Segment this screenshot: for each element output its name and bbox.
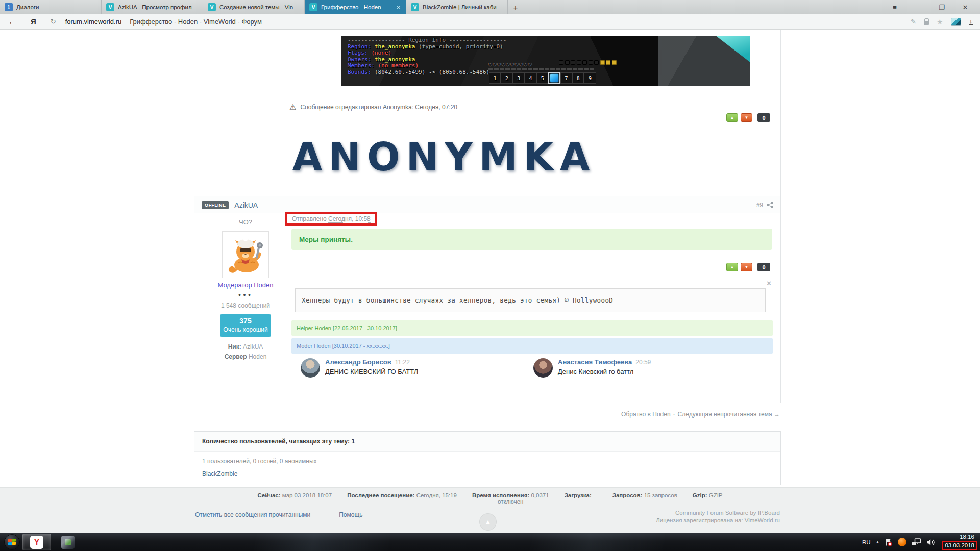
pip-dots: ●●● xyxy=(205,292,286,297)
stat-load: Загрузка: -- xyxy=(565,492,597,505)
author-link[interactable]: AzikUA xyxy=(234,201,258,209)
tray-expand-icon[interactable]: ▲ xyxy=(876,540,880,544)
taskbar-app-button[interactable] xyxy=(54,534,82,550)
hunger-bar xyxy=(559,60,617,65)
vote-down-button[interactable]: ▼ xyxy=(741,113,752,122)
vimeworld-icon: V xyxy=(208,3,216,11)
avatar[interactable] xyxy=(222,231,269,278)
stat-last-visit: Последнее посещение: Сегодня, 15:19 xyxy=(347,492,457,505)
action-center-flag-icon[interactable] xyxy=(885,538,893,546)
stat-queries: Запросов: 15 запросов xyxy=(612,492,677,505)
lock-icon[interactable] xyxy=(924,21,929,25)
language-indicator[interactable]: RU xyxy=(862,539,871,545)
mark-read-link[interactable]: Отметить все сообщения прочитанными xyxy=(195,511,310,518)
page-title-text[interactable]: Грифферство - Hoden - VimeWorld - Форум xyxy=(130,18,262,26)
tab-label: Грифферство - Hoden - xyxy=(321,4,393,10)
back-icon[interactable]: ← xyxy=(8,17,16,27)
browser-tab-bar: 1 Диалоги V AzikUA - Просмотр профил V С… xyxy=(0,0,980,14)
share-icon[interactable] xyxy=(767,202,773,208)
network-icon[interactable] xyxy=(912,538,921,546)
signature-quote: Хелперы будут в большинстве случаях за х… xyxy=(295,288,766,312)
speaker-icon[interactable] xyxy=(926,539,935,546)
url-text[interactable]: forum.vimeworld.ru xyxy=(65,18,122,26)
forum-page: ----------------- Region Info ----------… xyxy=(0,30,980,533)
window-controls: ≡ – ❐ ✕ xyxy=(883,0,980,14)
reputation-controls: ▲ ▼ 0 xyxy=(726,263,770,271)
tab-blackzombie-cabinet[interactable]: V BlackZombie | Личный каби xyxy=(406,0,508,14)
restore-icon[interactable]: ❐ xyxy=(930,4,953,11)
post-number[interactable]: #9 xyxy=(756,202,763,209)
region-info-text: ----------------- Region Info ----------… xyxy=(348,37,506,76)
readers-title: Количество пользователей, читающих эту т… xyxy=(194,432,780,452)
back-to-forum-link[interactable]: Обратно в Hoden xyxy=(621,411,671,418)
signature-close-icon[interactable]: ✕ xyxy=(766,280,772,287)
region-line: Bounds: (8042,60,-5499) -> (8050,68,-548… xyxy=(348,69,506,76)
cyan-corner xyxy=(712,36,750,64)
post-message-text: Меры приняты. xyxy=(299,236,353,243)
nav-separator: · xyxy=(673,411,675,418)
bookmark-star-icon[interactable]: ★ xyxy=(937,18,943,26)
hotbar-slot: 8 xyxy=(572,72,584,84)
refresh-icon[interactable]: ↻ xyxy=(51,18,56,26)
user-panel: ЧО? xyxy=(205,218,286,360)
antivirus-icon[interactable] xyxy=(898,538,906,546)
post-message-box: Меры приняты. xyxy=(291,229,772,250)
signature-moder-bar: Moder Hoden [30.10.2017 - xx.xx.xx.] xyxy=(291,338,773,354)
tab-new-topic[interactable]: V Создание новой темы - Vin xyxy=(203,0,305,14)
vk-message: Анастасия Тимофеева20:59 Денис Киевский … xyxy=(533,358,766,378)
vk-message-text: Денис Киевский го баттл xyxy=(558,368,651,375)
tab-azikua-profile[interactable]: V AzikUA - Просмотр профил xyxy=(102,0,203,14)
edit-notice-text: Сообщение отредактировал Anonymka: Сегод… xyxy=(300,104,457,111)
status-badge: OFFLINE xyxy=(202,201,229,209)
next-unread-link[interactable]: Следующая непрочитанная тема → xyxy=(678,411,780,418)
annotation-box-date: 03.03.2018 xyxy=(942,541,977,550)
download-icon[interactable]: ↓ xyxy=(969,18,973,25)
start-button[interactable] xyxy=(4,534,20,550)
taskbar-yandex-browser-button[interactable]: Y xyxy=(22,534,51,550)
hotbar-slot: 3 xyxy=(513,72,525,84)
vote-up-button[interactable]: ▲ xyxy=(726,263,738,271)
reputation-label: Очень хороший xyxy=(220,326,271,333)
pen-icon[interactable]: ✎ xyxy=(911,18,916,26)
cat-avatar-image xyxy=(224,233,267,276)
tab-griefing-hoden-active[interactable]: V Грифферство - Hoden - ✕ xyxy=(305,0,406,14)
tab-label: BlackZombie | Личный каби xyxy=(423,4,503,10)
blue-item-icon xyxy=(550,74,558,82)
license-text: Community Forum Software by IP.Board Лиц… xyxy=(656,509,780,524)
reader-user-link[interactable]: BlackZombie xyxy=(194,467,780,485)
vk-sender-name: Анастасия Тимофеева20:59 xyxy=(558,358,651,366)
vote-count-badge: 0 xyxy=(757,113,770,122)
minimize-icon[interactable]: – xyxy=(906,4,930,11)
sent-label: Отправлено xyxy=(292,215,327,222)
close-icon[interactable]: ✕ xyxy=(953,4,977,11)
stat-exec-time: Время исполнения: 0,0371отключен xyxy=(472,492,549,505)
windows-taskbar: Y RU ▲ 18:16 xyxy=(0,533,980,551)
minecraft-background: ----------------- Region Info ----------… xyxy=(341,36,658,86)
tab-preview-icon[interactable] xyxy=(951,18,961,26)
up-arrow-icon: ▲ xyxy=(485,518,491,525)
vote-count-badge: 0 xyxy=(757,263,770,271)
warning-icon: ⚠ xyxy=(289,103,296,111)
tab-close-icon[interactable]: ✕ xyxy=(396,5,401,10)
clock[interactable]: 18:16 03.03.2018 xyxy=(942,534,977,550)
help-link[interactable]: Помощь xyxy=(339,511,362,518)
readers-counts: 1 пользователей, 0 гостей, 0 анонимных xyxy=(194,452,780,467)
vk-sender-name: Александр Борисов11:22 xyxy=(325,358,418,366)
tab-dialogs[interactable]: 1 Диалоги xyxy=(0,0,102,14)
new-tab-button[interactable]: + xyxy=(508,0,523,14)
board-stats: Сейчас: мар 03 2018 18:07 Последнее посе… xyxy=(0,488,980,505)
vk-message-text: ДЕНИС КИЕВСКИЙ ГО БАТТЛ xyxy=(325,368,418,375)
annotation-box-sent-time: Отправлено Сегодня, 10:58 xyxy=(285,212,377,226)
scroll-top-button[interactable]: ▲ xyxy=(479,513,497,531)
signature-helper-bar: Helper Hoden [22.05.2017 - 30.10.2017] xyxy=(291,320,773,336)
yandex-logo-icon[interactable]: Я xyxy=(31,17,36,26)
post-header-right: #9 xyxy=(756,202,773,209)
reputation-box[interactable]: 375 Очень хороший xyxy=(220,314,271,337)
member-group-link[interactable]: Модератор Hoden xyxy=(205,281,286,289)
menu-icon[interactable]: ≡ xyxy=(883,4,906,11)
tab-label: Диалоги xyxy=(16,4,96,10)
vote-up-button[interactable]: ▲ xyxy=(726,113,738,122)
unread-count-badge: 1 xyxy=(5,3,13,11)
windows-logo-icon xyxy=(8,538,16,546)
vote-down-button[interactable]: ▼ xyxy=(741,263,752,271)
